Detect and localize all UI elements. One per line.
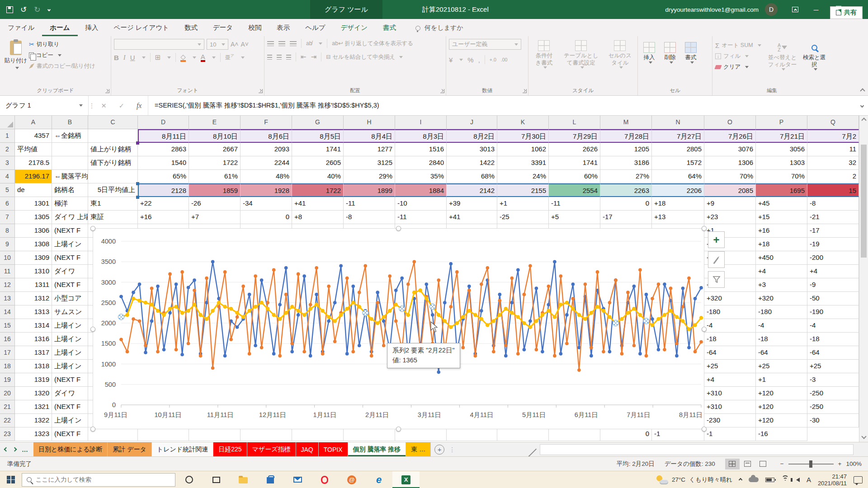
data-point-系列2[interactable]	[571, 297, 575, 300]
row-header-12[interactable]: 12	[0, 278, 15, 292]
tell-me-search[interactable]: 何をしますか	[415, 24, 463, 32]
data-point-系列2[interactable]	[535, 348, 538, 352]
data-point-系列3[interactable]	[486, 323, 490, 327]
cell-P3[interactable]: 1303	[756, 156, 807, 170]
redo-icon[interactable]: ↻	[34, 6, 40, 14]
data-point-系列1[interactable]	[351, 285, 355, 288]
data-point-系列2[interactable]	[437, 278, 440, 282]
data-point-系列1[interactable]	[376, 291, 379, 294]
cell-I1[interactable]: 8月3日	[395, 129, 447, 143]
data-point-系列3[interactable]	[156, 309, 160, 313]
data-point-系列1[interactable]	[516, 268, 520, 272]
data-point-系列3[interactable]	[388, 309, 392, 313]
tab-help[interactable]: ヘルプ	[297, 20, 333, 36]
data-point-系列1[interactable]	[645, 293, 648, 296]
data-point-系列1[interactable]	[358, 344, 361, 347]
fill-button[interactable]: ↓フィル	[715, 52, 761, 61]
cell-B15[interactable]: 上場イン	[52, 319, 88, 333]
cell-B23[interactable]: (NEXT F	[52, 427, 88, 441]
cell-A15[interactable]: 1314	[15, 319, 52, 333]
data-point-系列3[interactable]	[327, 315, 331, 319]
action-center-icon[interactable]	[854, 476, 863, 483]
data-point-系列1[interactable]	[278, 303, 282, 306]
data-point-系列2[interactable]	[241, 285, 245, 288]
row-header-17[interactable]: 17	[0, 346, 15, 360]
cell-O23[interactable]: -1	[704, 427, 756, 441]
data-point-系列3[interactable]	[217, 300, 221, 305]
clear-button[interactable]: クリア	[715, 62, 761, 72]
data-point-系列2[interactable]	[376, 301, 379, 305]
data-point-系列1[interactable]	[156, 285, 160, 288]
column-header-I[interactable]: I	[395, 116, 447, 129]
data-point-系列1[interactable]	[528, 319, 532, 323]
row-header-20[interactable]: 20	[0, 387, 15, 400]
data-point-系列3[interactable]	[168, 307, 172, 311]
sheet-tab-5[interactable]: マザーズ指標	[247, 442, 296, 456]
cancel-icon[interactable]: ✕	[101, 102, 107, 109]
data-point-系列2[interactable]	[126, 350, 129, 354]
row-header-22[interactable]: 22	[0, 414, 15, 427]
cell-D5[interactable]: 2128	[138, 183, 189, 197]
data-point-系列1[interactable]	[248, 293, 251, 296]
data-point-系列2[interactable]	[138, 319, 142, 323]
column-header-A[interactable]: A	[15, 116, 52, 129]
sheet-tab-7[interactable]: TOPIX	[319, 442, 348, 456]
comma-icon[interactable]: ,	[478, 56, 480, 64]
row-header-10[interactable]: 10	[0, 251, 15, 265]
data-point-系列2[interactable]	[180, 270, 184, 274]
cell-A8[interactable]: 1306	[15, 224, 52, 238]
data-point-系列2[interactable]	[510, 277, 514, 280]
cell-O13[interactable]: +320	[704, 292, 756, 305]
tab-data[interactable]: データ	[205, 20, 241, 36]
cell-D2[interactable]: 2863	[138, 143, 189, 156]
cell-K6[interactable]: +1	[497, 197, 549, 211]
data-point-系列3[interactable]	[254, 305, 258, 309]
cell-A6[interactable]: 1301	[15, 197, 52, 211]
data-point-系列1[interactable]	[681, 286, 685, 290]
fill-color-icon[interactable]: ◇	[180, 53, 186, 62]
cell-Q22[interactable]: -30	[807, 414, 859, 427]
cell-E5[interactable]: 1859	[189, 183, 241, 197]
data-point-系列3[interactable]	[473, 313, 477, 317]
data-point-系列2[interactable]	[345, 277, 349, 280]
row-header-18[interactable]: 18	[0, 360, 15, 373]
cell-O18[interactable]: +25	[704, 360, 756, 373]
cell-N4[interactable]: 64%	[652, 170, 704, 183]
cell-F5[interactable]: 1928	[241, 183, 292, 197]
data-point-系列3[interactable]	[339, 313, 343, 317]
bold-button[interactable]: B	[114, 54, 119, 61]
data-point-系列3[interactable]	[461, 315, 465, 319]
cell-C6[interactable]: 東1	[88, 197, 138, 211]
data-point-系列1[interactable]	[449, 262, 453, 266]
excel-taskbar-icon[interactable]: X	[392, 471, 420, 488]
save-icon[interactable]	[6, 6, 13, 13]
cell-G5[interactable]: 1722	[292, 183, 344, 197]
cell-A14[interactable]: 1313	[15, 305, 52, 319]
cell-Q3[interactable]: 32	[807, 156, 859, 170]
cell-A4[interactable]: 2196.17	[15, 170, 52, 183]
cell-E3[interactable]: 1722	[189, 156, 241, 170]
data-point-系列2[interactable]	[254, 274, 257, 278]
data-point-系列2[interactable]	[302, 350, 306, 354]
data-point-系列2[interactable]	[516, 352, 520, 356]
data-point-系列2[interactable]	[388, 274, 392, 278]
range-handle-purple[interactable]	[136, 141, 139, 145]
data-point-系列2[interactable]	[211, 366, 215, 370]
column-header-C[interactable]: C	[88, 116, 138, 129]
mail-at-icon[interactable]: @	[338, 471, 365, 488]
data-point-系列2[interactable]	[266, 301, 269, 305]
data-point-系列3[interactable]	[577, 313, 581, 317]
data-point-系列3[interactable]	[345, 307, 349, 311]
file-explorer-icon[interactable]	[230, 471, 257, 488]
row-header-21[interactable]: 21	[0, 400, 15, 414]
data-point-系列2[interactable]	[370, 354, 373, 358]
data-point-系列3[interactable]	[290, 305, 294, 309]
zoom-out-icon[interactable]: −	[780, 460, 784, 467]
cell-H7[interactable]: -8	[344, 211, 395, 224]
data-point-系列1[interactable]	[523, 348, 526, 352]
taskbar-search[interactable]	[22, 473, 175, 487]
data-point-系列2[interactable]	[681, 305, 685, 309]
data-point-系列3[interactable]	[626, 311, 630, 315]
cell-F2[interactable]: 2093	[241, 143, 292, 156]
tab-home[interactable]: ホーム	[42, 20, 77, 36]
